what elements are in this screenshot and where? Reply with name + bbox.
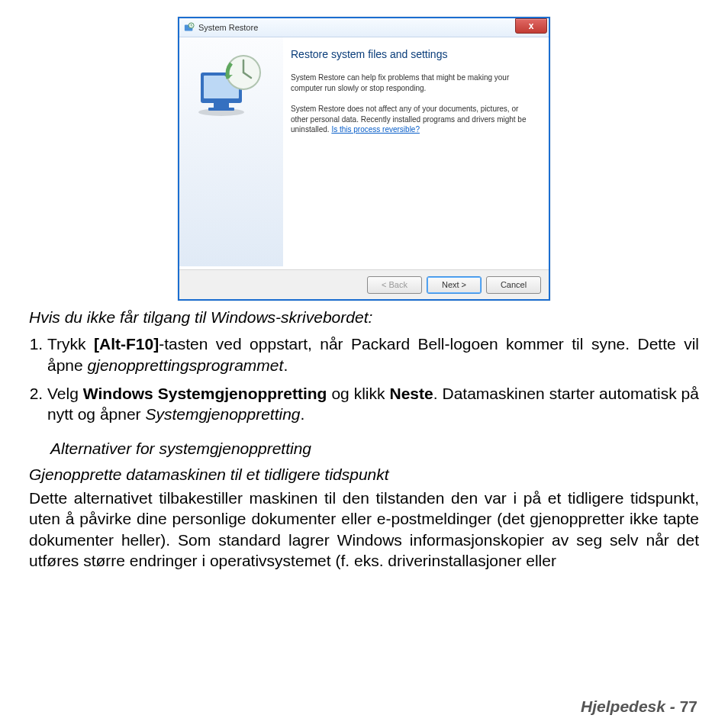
svg-rect-6 — [208, 108, 234, 111]
cancel-button[interactable]: Cancel — [486, 276, 541, 294]
intro-line: Hvis du ikke får tilgang til Windows-skr… — [29, 307, 699, 327]
next-button[interactable]: Next > — [427, 276, 482, 294]
body-paragraph: Dette alternativet tilbakestiller maskin… — [29, 488, 699, 571]
subheading-2: Gjenopprette datamaskinen til et tidlige… — [29, 464, 699, 485]
button-row: < Back Next > Cancel — [179, 269, 549, 299]
cancel-label: Cancel — [501, 280, 527, 289]
window-body: Restore system files and settings System… — [179, 37, 549, 266]
restore-icon — [195, 50, 268, 118]
title-bar: System Restore x — [179, 18, 549, 37]
app-icon — [184, 22, 195, 33]
reversible-link[interactable]: Is this process reversible? — [331, 125, 420, 134]
document-text: Hvis du ikke får tilgang til Windows-skr… — [0, 307, 728, 571]
svg-rect-5 — [214, 103, 229, 108]
dialog-heading: Restore system files and settings — [291, 48, 536, 60]
next-label: Next > — [442, 280, 466, 289]
left-panel — [179, 37, 283, 266]
list-item: Trykk [Alt-F10]-tasten ved oppstart, når… — [47, 333, 699, 375]
back-button[interactable]: < Back — [367, 276, 422, 294]
page-footer: Hjelpedesk - 77 — [581, 697, 697, 716]
paragraph-2: System Restore does not affect any of yo… — [291, 104, 536, 135]
page-number: 77 — [680, 697, 697, 715]
window-title: System Restore — [198, 23, 258, 32]
subheading-1: Alternativer for systemgjenoppretting — [50, 438, 699, 459]
step-list: Trykk [Alt-F10]-tasten ved oppstart, når… — [29, 333, 699, 424]
system-restore-window: System Restore x Restore system files an… — [178, 17, 550, 301]
list-item: Velg Windows Systemgjenoppretting og kli… — [47, 383, 699, 425]
content-panel: Restore system files and settings System… — [283, 37, 549, 266]
close-icon: x — [529, 21, 534, 31]
back-label: < Back — [382, 280, 407, 289]
paragraph-1: System Restore can help fix problems tha… — [291, 72, 536, 93]
close-button[interactable]: x — [515, 18, 547, 34]
footer-label: Hjelpedesk - — [581, 697, 675, 715]
